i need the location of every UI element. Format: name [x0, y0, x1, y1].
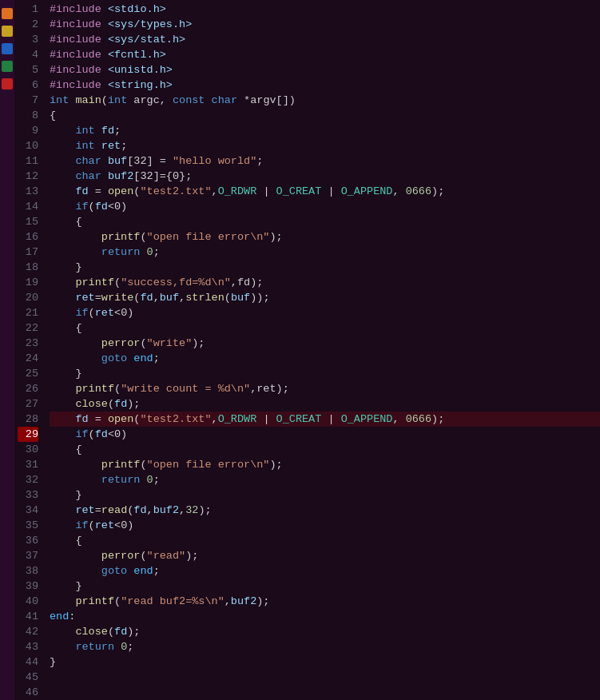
- sidebar-icon-1: [2, 8, 13, 19]
- editor-container: 1234567891011121314151617181920212223242…: [0, 0, 600, 700]
- sidebar-icon-3: [2, 43, 13, 54]
- line-number: 20: [18, 290, 38, 305]
- table-row: #include <sys/stat.h>: [50, 32, 600, 47]
- table-row: }: [50, 487, 600, 503]
- line-number: 27: [18, 396, 38, 412]
- table-row: int ret;: [50, 138, 600, 153]
- line-number: 2: [18, 17, 38, 32]
- table-row: ret=read(fd,buf2,32);: [50, 503, 600, 518]
- table-row: char buf2[32]={0};: [50, 169, 600, 184]
- line-number: 38: [18, 563, 38, 579]
- table-row: printf("read buf2=%s\n",buf2);: [50, 594, 600, 609]
- line-number: 30: [18, 442, 38, 457]
- table-row: ret=write(fd,buf,strlen(buf));: [50, 290, 600, 305]
- line-number: 36: [18, 533, 38, 548]
- line-number: 3: [18, 32, 38, 47]
- line-number: 23: [18, 336, 38, 351]
- table-row: #include <sys/types.h>: [50, 17, 600, 32]
- line-number: 26: [18, 381, 38, 396]
- line-number: 17: [18, 245, 38, 260]
- line-number: 10: [18, 138, 38, 153]
- table-row: }: [50, 654, 600, 670]
- line-number: 40: [18, 594, 38, 609]
- table-row: if(ret<0): [50, 305, 600, 320]
- table-row: {: [50, 533, 600, 548]
- table-row: if(fd<0): [50, 427, 600, 442]
- line-number: 28: [18, 412, 38, 427]
- line-number: 39: [18, 579, 38, 594]
- table-row: printf("open file error\n");: [50, 229, 600, 245]
- line-number: 46: [18, 685, 38, 700]
- table-row: {: [50, 442, 600, 457]
- table-row: {: [50, 320, 600, 336]
- line-number: 41: [18, 609, 38, 624]
- line-number: 15: [18, 214, 38, 229]
- table-row: close(fd);: [50, 624, 600, 639]
- line-number: 32: [18, 472, 38, 487]
- table-row: if(fd<0): [50, 199, 600, 214]
- sidebar-icon-4: [2, 61, 13, 72]
- line-number: 18: [18, 260, 38, 275]
- table-row: {: [50, 214, 600, 229]
- table-row: end:: [50, 609, 600, 624]
- sidebar-icon-2: [2, 26, 13, 37]
- table-row: #include <string.h>: [50, 78, 600, 93]
- table-row: char buf[32] = "hello world";: [50, 153, 600, 169]
- sidebar: [0, 0, 14, 700]
- line-number: 6: [18, 78, 38, 93]
- table-row: printf("write count = %d\n",ret);: [50, 381, 600, 396]
- line-number: 35: [18, 518, 38, 533]
- line-number: 31: [18, 457, 38, 472]
- line-number: 1: [18, 2, 38, 17]
- line-number: 44: [18, 654, 38, 670]
- table-row: int fd;: [50, 123, 600, 138]
- line-number: 42: [18, 624, 38, 639]
- table-row: printf("open file error\n");: [50, 457, 600, 472]
- table-row: fd = open("test2.txt",O_RDWR | O_CREAT |…: [50, 412, 600, 427]
- line-number: 25: [18, 366, 38, 381]
- line-number: 29: [18, 427, 38, 442]
- line-number: 19: [18, 275, 38, 290]
- table-row: #include <stdio.h>: [50, 2, 600, 17]
- line-number: 14: [18, 199, 38, 214]
- line-number: 11: [18, 153, 38, 169]
- table-row: fd = open("test2.txt",O_RDWR | O_CREAT |…: [50, 184, 600, 199]
- table-row: goto end;: [50, 351, 600, 366]
- table-row: #include <unistd.h>: [50, 62, 600, 78]
- line-number: 9: [18, 123, 38, 138]
- table-row: perror("write");: [50, 336, 600, 351]
- table-row: return 0;: [50, 639, 600, 654]
- line-number: 43: [18, 639, 38, 654]
- table-row: {: [50, 108, 600, 123]
- table-row: #include <fcntl.h>: [50, 47, 600, 62]
- line-number: 22: [18, 320, 38, 336]
- line-number: 33: [18, 487, 38, 503]
- line-number: 24: [18, 351, 38, 366]
- table-row: return 0;: [50, 472, 600, 487]
- table-row: int main(int argc, const char *argv[]): [50, 93, 600, 108]
- code-lines: #include <stdio.h>#include <sys/types.h>…: [43, 2, 600, 700]
- line-number: 13: [18, 184, 38, 199]
- table-row: return 0;: [50, 245, 600, 260]
- line-number: 45: [18, 670, 38, 685]
- table-row: if(ret<0): [50, 518, 600, 533]
- table-row: goto end;: [50, 563, 600, 579]
- line-number: 37: [18, 548, 38, 563]
- table-row: }: [50, 579, 600, 594]
- line-number: 7: [18, 93, 38, 108]
- table-row: close(fd);: [50, 396, 600, 412]
- code-area: 1234567891011121314151617181920212223242…: [14, 0, 600, 700]
- line-number: 16: [18, 229, 38, 245]
- table-row: }: [50, 366, 600, 381]
- line-number: 8: [18, 108, 38, 123]
- table-row: printf("success,fd=%d\n",fd);: [50, 275, 600, 290]
- table-row: perror("read");: [50, 548, 600, 563]
- line-number: 4: [18, 47, 38, 62]
- line-number: 34: [18, 503, 38, 518]
- sidebar-icon-5: [2, 78, 13, 89]
- line-number: 21: [18, 305, 38, 320]
- line-numbers: 1234567891011121314151617181920212223242…: [14, 2, 43, 700]
- line-number: 12: [18, 169, 38, 184]
- line-number: 5: [18, 62, 38, 78]
- table-row: }: [50, 260, 600, 275]
